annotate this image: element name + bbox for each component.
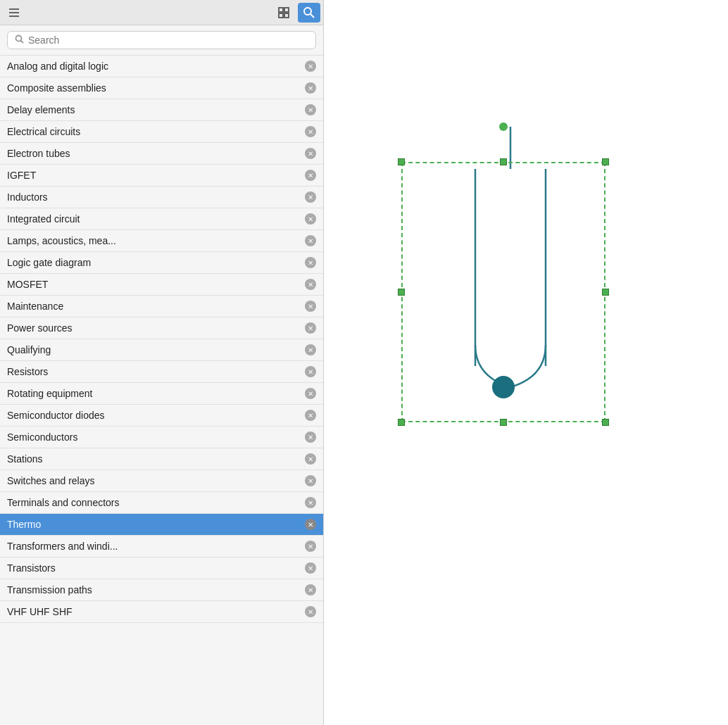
category-label: Electron tubes (7, 148, 301, 159)
close-badge[interactable]: ✕ (305, 82, 316, 94)
close-badge[interactable]: ✕ (305, 257, 316, 268)
list-view-button[interactable] (3, 3, 25, 23)
svg-rect-4 (284, 8, 289, 12)
list-item[interactable]: VHF UHF SHF✕ (0, 601, 323, 623)
category-label: Transformers and windi... (7, 541, 301, 552)
list-item[interactable]: Inductors✕ (0, 187, 323, 208)
close-badge[interactable]: ✕ (305, 562, 316, 574)
category-label: Inductors (7, 191, 301, 203)
category-label: Maintenance (7, 301, 301, 312)
close-badge[interactable]: ✕ (305, 61, 316, 72)
category-label: Power sources (7, 322, 301, 334)
svg-line-8 (310, 14, 314, 18)
close-badge[interactable]: ✕ (305, 475, 316, 486)
list-item[interactable]: Transistors✕ (0, 557, 323, 579)
category-label: Electrical circuits (7, 126, 301, 137)
list-item[interactable]: Integrated circuit✕ (0, 208, 323, 230)
svg-line-10 (21, 41, 24, 44)
handle-mid-right[interactable] (602, 289, 609, 296)
handle-top-left[interactable] (398, 158, 405, 165)
left-panel: Analog and digital logic✕Composite assem… (0, 0, 324, 725)
category-label: Lamps, acoustics, mea... (7, 235, 301, 246)
list-item[interactable]: Analog and digital logic✕ (0, 56, 323, 77)
list-item[interactable]: Thermo✕ (0, 514, 323, 536)
list-item[interactable]: Lamps, acoustics, mea...✕ (0, 230, 323, 252)
list-item[interactable]: Resistors✕ (0, 361, 323, 383)
close-badge[interactable]: ✕ (305, 344, 316, 355)
list-item[interactable]: Electron tubes✕ (0, 143, 323, 165)
search-icon (15, 34, 24, 46)
category-label: Qualifying (7, 344, 301, 355)
category-label: Stations (7, 453, 301, 465)
close-badge[interactable]: ✕ (305, 235, 316, 246)
close-badge[interactable]: ✕ (305, 104, 316, 115)
close-badge[interactable]: ✕ (305, 279, 316, 290)
list-item[interactable]: Maintenance✕ (0, 296, 323, 317)
list-item[interactable]: Logic gate diagram✕ (0, 252, 323, 274)
category-label: Switches and relays (7, 475, 301, 486)
category-label: IGFET (7, 170, 301, 181)
handle-top-center[interactable] (500, 158, 507, 165)
close-badge[interactable]: ✕ (305, 453, 316, 465)
close-badge[interactable]: ✕ (305, 388, 316, 399)
list-item[interactable]: IGFET✕ (0, 165, 323, 187)
category-label: Thermo (7, 519, 301, 530)
search-input[interactable] (28, 34, 308, 46)
category-label: Delay elements (7, 104, 301, 115)
handle-bottom-left[interactable] (398, 419, 405, 426)
handle-bottom-center[interactable] (500, 419, 507, 426)
close-badge[interactable]: ✕ (305, 366, 316, 377)
close-badge[interactable]: ✕ (305, 213, 316, 225)
close-badge[interactable]: ✕ (305, 170, 316, 181)
list-item[interactable]: Qualifying✕ (0, 339, 323, 361)
category-label: Analog and digital logic (7, 61, 301, 72)
list-item[interactable]: Transmission paths✕ (0, 579, 323, 601)
list-item[interactable]: Delay elements✕ (0, 99, 323, 121)
list-item[interactable]: Power sources✕ (0, 317, 323, 339)
close-badge[interactable]: ✕ (305, 126, 316, 137)
list-item[interactable]: Semiconductor diodes✕ (0, 405, 323, 427)
close-badge[interactable]: ✕ (305, 431, 316, 443)
search-container (0, 25, 323, 56)
category-list: Analog and digital logic✕Composite assem… (0, 56, 323, 725)
category-label: Transmission paths (7, 584, 301, 595)
category-label: Logic gate diagram (7, 257, 301, 268)
list-item[interactable]: Composite assemblies✕ (0, 77, 323, 99)
list-item[interactable]: Rotating equipment✕ (0, 383, 323, 405)
connector-top[interactable] (499, 122, 508, 131)
list-item[interactable]: Semiconductors✕ (0, 427, 323, 448)
category-label: Integrated circuit (7, 213, 301, 225)
close-badge[interactable]: ✕ (305, 584, 316, 595)
list-item[interactable]: MOSFET✕ (0, 274, 323, 296)
category-label: Semiconductor diodes (7, 410, 301, 421)
handle-top-right[interactable] (602, 158, 609, 165)
handle-mid-left[interactable] (398, 289, 405, 296)
handle-bottom-right[interactable] (602, 419, 609, 426)
close-badge[interactable]: ✕ (305, 191, 316, 203)
close-badge[interactable]: ✕ (305, 606, 316, 617)
category-label: Transistors (7, 562, 301, 574)
right-panel (324, 0, 728, 725)
close-badge[interactable]: ✕ (305, 322, 316, 334)
list-item[interactable]: Terminals and connectors✕ (0, 492, 323, 514)
svg-rect-6 (284, 13, 289, 18)
category-label: Terminals and connectors (7, 497, 301, 508)
close-badge[interactable]: ✕ (305, 148, 316, 159)
grid-view-button[interactable] (272, 3, 295, 23)
close-badge[interactable]: ✕ (305, 541, 316, 552)
close-badge[interactable]: ✕ (305, 301, 316, 312)
close-badge[interactable]: ✕ (305, 497, 316, 508)
search-box (7, 31, 316, 49)
search-toggle-button[interactable] (298, 3, 320, 23)
list-item[interactable]: Switches and relays✕ (0, 470, 323, 492)
list-item[interactable]: Stations✕ (0, 448, 323, 470)
list-item[interactable]: Electrical circuits✕ (0, 121, 323, 143)
close-badge[interactable]: ✕ (305, 519, 316, 530)
svg-rect-5 (279, 13, 283, 18)
category-label: Semiconductors (7, 431, 301, 443)
list-item[interactable]: Transformers and windi...✕ (0, 536, 323, 557)
canvas-area[interactable] (324, 0, 728, 725)
close-badge[interactable]: ✕ (305, 410, 316, 421)
diagram-container (401, 127, 620, 429)
connector-bottom[interactable] (492, 376, 515, 398)
